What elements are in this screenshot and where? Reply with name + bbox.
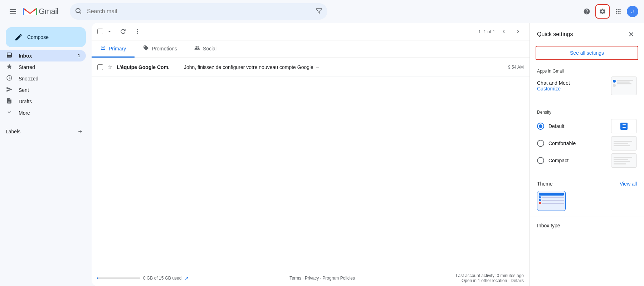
more-label: More	[19, 110, 30, 116]
sidebar: Compose Inbox 1 Starred	[0, 23, 92, 286]
theme-preview-header-bar	[539, 193, 564, 196]
svg-rect-2	[10, 13, 16, 14]
storage-info: 0 GB of 15 GB used ↗	[97, 275, 189, 281]
external-link-icon[interactable]: ↗	[184, 275, 189, 281]
storage-bar	[97, 277, 140, 279]
storage-text: 0 GB of 15 GB used	[143, 276, 181, 281]
sidebar-item-inbox[interactable]: Inbox 1	[0, 50, 86, 61]
gmail-logo-text: Gmail	[39, 7, 58, 16]
sidebar-item-sent[interactable]: Sent	[0, 84, 86, 96]
density-comfortable-preview	[611, 136, 637, 151]
open-other-location: Open in 1 other location · Details	[456, 278, 524, 283]
content-footer: 0 GB of 15 GB used ↗ Terms · Privacy · P…	[92, 270, 530, 286]
density-default-preview	[611, 119, 637, 133]
theme-preview-dot-2	[539, 199, 541, 201]
density-default-label: Default	[548, 123, 607, 129]
sidebar-item-more[interactable]: More	[0, 107, 86, 119]
drafts-icon	[6, 98, 13, 106]
density-option-comfortable[interactable]: Comfortable	[537, 135, 637, 152]
add-label-button[interactable]: +	[74, 126, 86, 137]
content-area: 1–1 of 1 Primary Promoti	[92, 23, 530, 286]
sidebar-item-snoozed[interactable]: Snoozed	[0, 73, 86, 84]
footer-terms: Terms · Privacy · Program Policies	[289, 276, 355, 281]
labels-section: Labels +	[0, 122, 92, 142]
search-icon	[75, 8, 82, 16]
sidebar-item-starred[interactable]: Starred	[0, 61, 86, 73]
search-filter-icon[interactable]	[315, 8, 322, 16]
theme-section: Theme View all	[530, 175, 644, 217]
more-chevron-icon	[6, 109, 13, 117]
chat-meet-row: Chat and Meet Customize	[537, 77, 637, 95]
settings-button[interactable]	[595, 4, 610, 19]
tab-social[interactable]: Social	[186, 40, 225, 58]
email-subject: John, finissez de configurer votre nouve…	[184, 64, 505, 70]
email-sender: L'équipe Google Com.	[117, 64, 181, 70]
snoozed-icon	[6, 75, 13, 83]
compose-button[interactable]: Compose	[6, 27, 86, 47]
density-comfortable-radio[interactable]	[537, 140, 544, 147]
tab-promotions[interactable]: Promotions	[135, 40, 186, 58]
density-default-icon	[620, 123, 628, 130]
theme-preview-row-1	[539, 196, 564, 198]
quick-settings-panel: Quick settings ✕ See all settings Apps i…	[530, 23, 644, 286]
density-option-compact[interactable]: Compact	[537, 152, 637, 169]
apps-in-gmail-section: Apps in Gmail Chat and Meet Customize	[530, 63, 644, 104]
main-layout: Compose Inbox 1 Starred	[0, 23, 644, 286]
refresh-button[interactable]	[117, 26, 130, 37]
prev-page-button[interactable]	[498, 26, 509, 37]
inbox-type-title: Inbox type	[537, 223, 637, 228]
theme-preview-row-3	[539, 202, 564, 204]
density-section: Density Default Comfortable	[530, 104, 644, 175]
search-input[interactable]	[70, 3, 327, 20]
density-compact-radio[interactable]	[537, 157, 544, 164]
select-all-checkbox[interactable]	[97, 29, 103, 34]
svg-rect-0	[10, 9, 16, 10]
hamburger-button[interactable]	[6, 4, 20, 19]
quick-settings-header: Quick settings ✕	[530, 23, 644, 43]
tab-primary[interactable]: Primary	[92, 40, 135, 58]
next-page-button[interactable]	[512, 26, 524, 37]
svg-rect-5	[36, 8, 37, 15]
footer-links: Terms · Privacy · Program Policies	[289, 276, 355, 281]
see-all-settings-button[interactable]: See all settings	[536, 46, 638, 60]
sidebar-item-drafts[interactable]: Drafts	[0, 96, 86, 107]
theme-preview-line-3	[542, 203, 564, 204]
email-count: 1–1 of 1	[478, 29, 495, 34]
email-star-icon[interactable]: ☆	[107, 64, 112, 70]
more-toolbar-button[interactable]	[131, 26, 144, 37]
theme-view-all-link[interactable]: View all	[620, 181, 637, 187]
gmail-logo: Gmail	[23, 6, 58, 16]
chat-meet-preview	[611, 77, 637, 95]
theme-preview-row-2	[539, 199, 564, 201]
apps-button[interactable]	[611, 4, 625, 19]
quick-settings-close-button[interactable]: ✕	[625, 29, 637, 40]
density-default-radio[interactable]	[537, 123, 544, 130]
select-dropdown-button[interactable]	[104, 26, 115, 36]
labels-title: Labels	[6, 129, 20, 134]
email-row[interactable]: ☆ L'équipe Google Com. John, finissez de…	[92, 58, 530, 77]
email-list: ☆ L'équipe Google Com. John, finissez de…	[92, 58, 530, 270]
inbox-badge: 1	[78, 53, 80, 58]
density-option-default[interactable]: Default	[537, 118, 637, 135]
email-checkbox[interactable]	[97, 64, 103, 70]
density-title: Density	[537, 110, 637, 115]
theme-preview-dot-3	[539, 202, 541, 204]
sent-icon	[6, 86, 13, 94]
drafts-label: Drafts	[19, 99, 32, 104]
inbox-icon	[6, 52, 13, 60]
theme-header: Theme View all	[537, 181, 637, 187]
customize-link[interactable]: Customize	[537, 86, 570, 92]
inbox-type-section: Inbox type	[530, 217, 644, 237]
tab-primary-label: Primary	[109, 46, 126, 51]
toolbar-right: 1–1 of 1	[478, 26, 524, 37]
svg-rect-4	[23, 8, 24, 15]
email-time: 9:54 AM	[508, 65, 524, 70]
tabs-row: Primary Promotions Social	[92, 40, 530, 58]
apps-in-gmail-title: Apps in Gmail	[537, 69, 637, 74]
avatar[interactable]: J	[627, 6, 638, 17]
density-compact-label: Compact	[548, 158, 607, 163]
theme-preview-line-1	[542, 197, 564, 198]
theme-preview[interactable]	[537, 191, 566, 211]
tab-social-label: Social	[203, 46, 216, 51]
help-button[interactable]	[580, 4, 594, 19]
